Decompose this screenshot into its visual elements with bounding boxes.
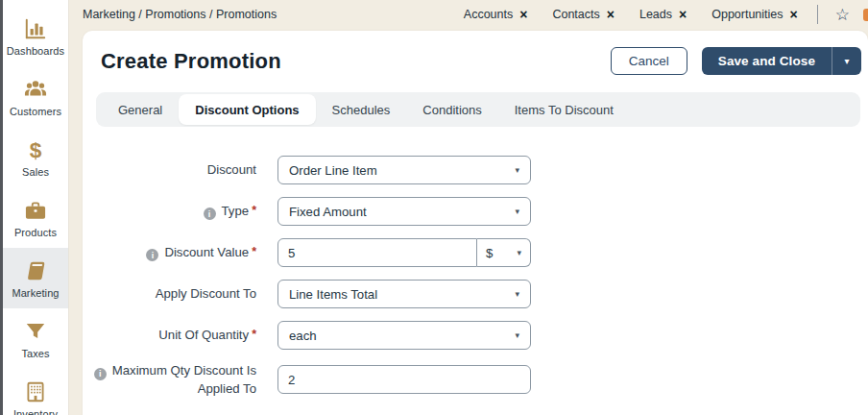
chevron-down-icon: ▾ <box>515 166 519 175</box>
selected-value: Fixed Amount <box>289 205 367 219</box>
briefcase-icon <box>23 198 48 223</box>
cancel-button[interactable]: Cancel <box>611 47 687 75</box>
selected-value: each <box>289 329 317 343</box>
window-edge <box>0 0 3 415</box>
close-icon[interactable]: × <box>790 8 798 21</box>
funnel-icon <box>23 319 48 344</box>
info-icon[interactable]: i <box>204 208 216 220</box>
close-icon[interactable]: × <box>607 8 615 21</box>
clipped-topbar-icon[interactable] <box>863 9 868 21</box>
sidebar: DashboardsCustomers$SalesProductsMarketi… <box>3 0 69 415</box>
sidebar-item-customers[interactable]: Customers <box>3 66 68 127</box>
field-control-discount-value: $▾ <box>277 238 531 267</box>
close-icon[interactable]: × <box>519 8 527 21</box>
topbar-tabs: Accounts×Contacts×Leads×Opportunities× <box>464 8 798 21</box>
field-label-text: Discount Value <box>164 245 249 259</box>
info-icon[interactable]: i <box>146 249 158 261</box>
book-icon <box>23 258 48 283</box>
field-label-text: Discount <box>207 162 256 177</box>
sidebar-item-sales[interactable]: $Sales <box>3 127 68 187</box>
chevron-down-icon: ▾ <box>515 208 519 216</box>
chevron-down-icon: ▾ <box>515 331 519 340</box>
field-label-text: Unit Of Quantity <box>158 328 249 342</box>
sidebar-item-taxes[interactable]: Taxes <box>3 308 68 369</box>
sidebar-item-label: Taxes <box>21 348 49 359</box>
bar-chart-icon <box>23 16 48 41</box>
field-control-unit-of-quantity: each▾ <box>277 321 531 350</box>
tab-discount-options[interactable]: Discount Options <box>179 94 315 125</box>
create-promotion-card: Create Promotion Cancel Save and Close ▾… <box>83 31 868 415</box>
dollar-icon: $ <box>23 137 48 162</box>
sidebar-item-label: Dashboards <box>7 45 64 57</box>
required-asterisk: * <box>252 245 256 258</box>
topbar-tab-accounts[interactable]: Accounts× <box>464 8 528 21</box>
tab-conditions[interactable]: Conditions <box>406 94 497 125</box>
discount-options-form: DiscountOrder Line Item▾iType*Fixed Amou… <box>83 156 868 397</box>
field-label-unit-of-quantity: Unit Of Quantity* <box>83 327 256 344</box>
field-control-apply-discount-to: Line Items Total▾ <box>277 280 531 308</box>
field-label-apply-discount-to: Apply Discount To <box>83 285 256 303</box>
sidebar-item-label: Inventory <box>13 408 58 415</box>
topbar-tab-label: Opportunities <box>711 8 783 21</box>
topbar-tab-label: Contacts <box>552 8 599 21</box>
unit-of-quantity-select[interactable]: each▾ <box>277 321 531 350</box>
discount-value-input[interactable] <box>277 238 477 267</box>
field-label-text: Apply Discount To <box>156 286 256 301</box>
building-icon <box>23 379 48 404</box>
selected-value: Line Items Total <box>289 287 377 302</box>
page-title: Create Promotion <box>101 49 281 74</box>
topbar: Marketing / Promotions / Promotions Acco… <box>69 0 868 29</box>
field-label-discount: Discount <box>83 161 256 179</box>
field-row-maximum-qty-discount-is-applied-to: iMaximum Qty Discount Is Applied To <box>83 362 868 397</box>
sidebar-item-inventory[interactable]: Inventory <box>3 369 68 415</box>
topbar-tab-opportunities[interactable]: Opportunities× <box>711 8 798 21</box>
field-row-discount: DiscountOrder Line Item▾ <box>83 156 868 184</box>
sidebar-item-label: Marketing <box>12 287 59 299</box>
info-icon[interactable]: i <box>94 368 107 380</box>
field-label-type: iType* <box>83 203 256 221</box>
field-label-text: Type <box>222 204 250 218</box>
tab-schedules[interactable]: Schedules <box>316 94 407 125</box>
field-row-discount-value: iDiscount Value*$▾ <box>83 238 868 267</box>
field-control-discount: Order Line Item▾ <box>277 156 531 184</box>
sidebar-item-marketing[interactable]: Marketing <box>3 248 68 308</box>
topbar-tab-contacts[interactable]: Contacts× <box>552 8 615 21</box>
star-icon[interactable]: ☆ <box>835 7 850 23</box>
maximum-qty-discount-is-applied-to-input[interactable] <box>277 365 531 394</box>
discount-select[interactable]: Order Line Item▾ <box>277 156 531 184</box>
field-label-maximum-qty-discount-is-applied-to: iMaximum Qty Discount Is Applied To <box>83 362 256 397</box>
breadcrumb: Marketing / Promotions / Promotions <box>83 8 277 21</box>
required-asterisk: * <box>252 204 256 217</box>
header-actions: Cancel Save and Close ▾ <box>611 47 861 75</box>
topbar-tab-label: Accounts <box>464 8 513 21</box>
tab-items-to-discount[interactable]: Items To Discount <box>498 94 630 125</box>
type-select[interactable]: Fixed Amount▾ <box>277 197 531 226</box>
topbar-divider <box>817 5 818 24</box>
topbar-tab-leads[interactable]: Leads× <box>639 8 687 21</box>
field-control-maximum-qty-discount-is-applied-to <box>277 365 531 394</box>
sidebar-item-dashboards[interactable]: Dashboards <box>3 6 68 66</box>
field-control-type: Fixed Amount▾ <box>277 197 531 226</box>
page-tabs: GeneralDiscount OptionsSchedulesConditio… <box>96 92 860 127</box>
chevron-down-icon: ▾ <box>515 290 519 299</box>
save-and-close-label[interactable]: Save and Close <box>702 47 832 75</box>
field-label-text: Maximum Qty Discount Is Applied To <box>112 363 256 396</box>
main-content: Create Promotion Cancel Save and Close ▾… <box>69 29 868 415</box>
save-options-caret-icon[interactable]: ▾ <box>832 47 861 75</box>
save-and-close-button[interactable]: Save and Close ▾ <box>702 47 861 75</box>
svg-text:$: $ <box>30 137 42 162</box>
card-header: Create Promotion Cancel Save and Close ▾ <box>83 47 868 75</box>
currency-select[interactable]: $▾ <box>477 238 531 267</box>
topbar-tab-label: Leads <box>639 8 672 21</box>
sidebar-item-label: Sales <box>22 166 49 178</box>
required-asterisk: * <box>252 328 256 341</box>
sidebar-item-products[interactable]: Products <box>3 187 68 248</box>
apply-discount-to-select[interactable]: Line Items Total▾ <box>277 280 531 308</box>
people-icon <box>23 77 48 102</box>
input-currency-group: $▾ <box>277 238 531 267</box>
sidebar-item-label: Products <box>14 227 57 238</box>
close-icon[interactable]: × <box>679 8 687 21</box>
tab-general[interactable]: General <box>102 94 179 125</box>
chevron-down-icon: ▾ <box>517 249 521 257</box>
field-row-type: iType*Fixed Amount▾ <box>83 197 868 226</box>
